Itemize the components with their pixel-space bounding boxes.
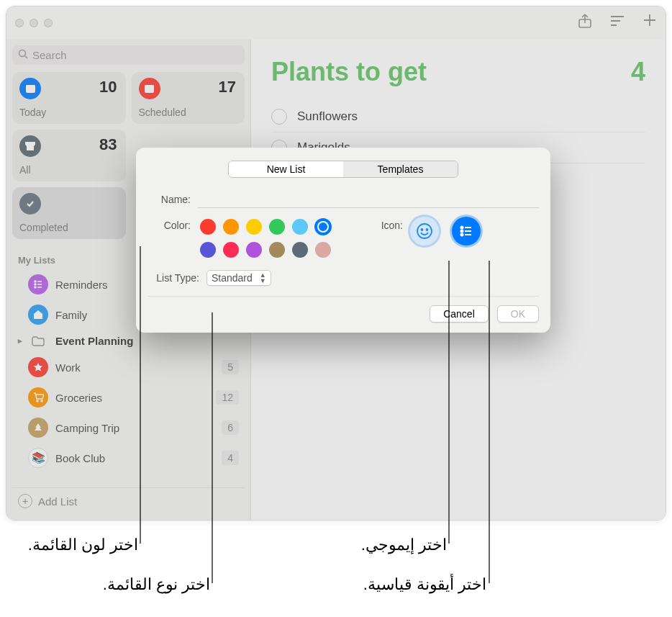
list-icon bbox=[28, 274, 48, 294]
color-swatch[interactable] bbox=[292, 242, 308, 258]
name-label: Name: bbox=[147, 191, 198, 205]
color-swatch[interactable] bbox=[223, 219, 239, 235]
card-icon bbox=[19, 193, 41, 215]
smart-list-completed[interactable]: Completed bbox=[12, 187, 126, 239]
smart-list-all[interactable]: 83 All bbox=[12, 130, 126, 181]
svg-point-7 bbox=[35, 284, 36, 285]
svg-point-12 bbox=[422, 229, 423, 230]
sort-icon[interactable] bbox=[609, 13, 625, 33]
color-swatch[interactable] bbox=[200, 242, 216, 258]
sidebar-list-event-planning[interactable]: ▸Event Planning bbox=[12, 330, 245, 351]
svg-point-14 bbox=[461, 227, 463, 229]
tab-templates[interactable]: Templates bbox=[343, 161, 458, 177]
share-icon[interactable] bbox=[578, 13, 592, 33]
reminder-title: Sunflowers bbox=[297, 109, 358, 124]
list-icon: 📚 bbox=[28, 448, 48, 468]
svg-point-8 bbox=[35, 287, 36, 288]
color-swatch[interactable] bbox=[269, 242, 285, 258]
name-field[interactable] bbox=[198, 191, 539, 208]
tab-new-list[interactable]: New List bbox=[229, 161, 343, 177]
icon-label: Icon: bbox=[374, 217, 410, 231]
app-window: Search 10 Today 17 Scheduled 83 All Comp… bbox=[6, 6, 666, 521]
search-icon bbox=[18, 49, 28, 61]
list-label: Work bbox=[55, 361, 81, 374]
card-count: 83 bbox=[99, 135, 117, 154]
callout-choose-color: اختر لون القائمة. bbox=[28, 536, 138, 554]
list-label: Book Club bbox=[55, 452, 105, 464]
plus-icon: + bbox=[18, 494, 32, 508]
callout-choose-emoji: اختر إيموجي. bbox=[361, 536, 447, 554]
list-icon bbox=[28, 305, 48, 325]
minimize-window-icon[interactable] bbox=[29, 19, 38, 27]
new-list-dialog: New List Templates Name: Color: Icon: bbox=[136, 148, 550, 333]
list-count: 4 bbox=[222, 451, 239, 465]
zoom-window-icon[interactable] bbox=[44, 19, 53, 27]
color-swatch[interactable] bbox=[292, 219, 308, 235]
add-list-button[interactable]: + Add List bbox=[12, 487, 245, 514]
smart-list-scheduled[interactable]: 17 Scheduled bbox=[132, 72, 245, 124]
sidebar-list-camping-trip[interactable]: Camping Trip6 bbox=[12, 413, 245, 442]
smart-list-today[interactable]: 10 Today bbox=[12, 72, 126, 124]
color-swatch[interactable] bbox=[315, 219, 331, 235]
list-label: Reminders bbox=[55, 279, 108, 291]
search-placeholder: Search bbox=[32, 49, 67, 61]
color-swatch[interactable] bbox=[315, 242, 331, 258]
svg-point-15 bbox=[461, 230, 463, 233]
card-label: All bbox=[19, 164, 31, 176]
folder-icon bbox=[28, 336, 48, 346]
close-window-icon[interactable] bbox=[15, 19, 24, 27]
list-count: 5 bbox=[222, 360, 239, 374]
color-label: Color: bbox=[147, 217, 198, 260]
list-label: Groceries bbox=[55, 392, 102, 404]
card-count: 10 bbox=[99, 78, 117, 96]
svg-point-6 bbox=[35, 281, 36, 282]
list-count: 4 bbox=[631, 57, 645, 87]
standard-icon-button[interactable] bbox=[452, 217, 481, 246]
color-swatch[interactable] bbox=[246, 242, 262, 258]
list-icon bbox=[28, 418, 48, 438]
list-type-label: List Type: bbox=[147, 272, 206, 284]
svg-point-10 bbox=[41, 400, 42, 402]
list-count: 6 bbox=[222, 420, 239, 435]
sidebar-list-book-club[interactable]: 📚Book Club4 bbox=[12, 443, 245, 472]
emoji-icon-button[interactable] bbox=[410, 217, 439, 246]
color-swatch[interactable] bbox=[269, 219, 285, 235]
titlebar bbox=[6, 6, 666, 40]
color-swatch[interactable] bbox=[246, 219, 262, 235]
card-icon bbox=[19, 135, 41, 157]
svg-rect-3 bbox=[26, 85, 35, 87]
list-type-value: Standard bbox=[212, 272, 253, 284]
list-icon bbox=[28, 387, 48, 407]
add-list-label: Add List bbox=[38, 495, 77, 508]
list-icon bbox=[28, 357, 48, 377]
callout-choose-standard-icon: اختر أيقونة قياسية. bbox=[363, 575, 486, 594]
card-label: Scheduled bbox=[139, 107, 186, 118]
cancel-button[interactable]: Cancel bbox=[430, 305, 489, 323]
card-label: Completed bbox=[19, 222, 68, 233]
svg-rect-5 bbox=[145, 85, 154, 87]
svg-point-11 bbox=[417, 224, 432, 238]
list-label: Camping Trip bbox=[55, 422, 119, 434]
sidebar-list-groceries[interactable]: Groceries12 bbox=[12, 383, 245, 412]
svg-point-1 bbox=[19, 50, 26, 57]
list-title: Plants to get bbox=[271, 57, 645, 87]
card-label: Today bbox=[19, 107, 46, 118]
sidebar-list-work[interactable]: Work5 bbox=[12, 353, 245, 382]
select-arrows-icon: ▲▼ bbox=[260, 272, 266, 284]
ok-button[interactable]: OK bbox=[497, 305, 539, 323]
chevron-right-icon[interactable]: ▸ bbox=[18, 336, 25, 346]
reminder-item[interactable]: Sunflowers bbox=[271, 102, 645, 132]
search-input[interactable]: Search bbox=[12, 45, 245, 65]
svg-point-16 bbox=[461, 234, 463, 236]
svg-point-13 bbox=[427, 229, 428, 230]
callout-choose-type: اختر نوع القائمة. bbox=[103, 575, 210, 594]
card-icon bbox=[139, 78, 160, 99]
reminder-checkbox[interactable] bbox=[271, 109, 287, 125]
list-label: Event Planning bbox=[55, 335, 133, 347]
traffic-lights bbox=[15, 19, 53, 27]
color-swatch[interactable] bbox=[223, 242, 239, 258]
add-icon[interactable] bbox=[643, 13, 657, 33]
list-label: Family bbox=[55, 309, 87, 321]
color-swatch[interactable] bbox=[200, 219, 216, 235]
list-type-select[interactable]: Standard ▲▼ bbox=[206, 270, 271, 286]
